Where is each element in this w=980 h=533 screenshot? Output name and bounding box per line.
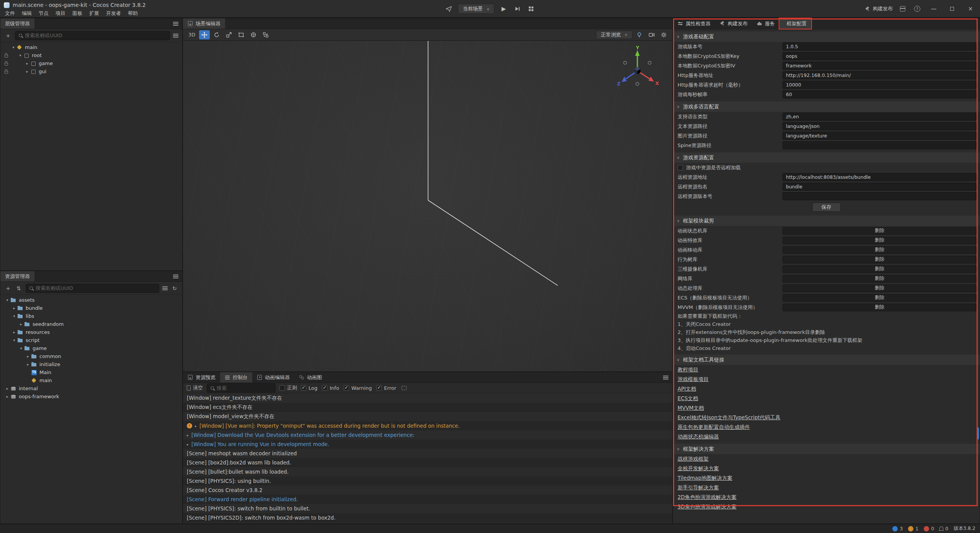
log-filter-checkbox[interactable]: Error	[376, 385, 396, 391]
property-input[interactable]: language/json	[782, 122, 977, 130]
chevron-icon[interactable]	[4, 386, 10, 391]
inspector-tab[interactable]: 构建发布	[715, 18, 752, 29]
log-row[interactable]: [Scene] meshopt wasm decoder initialized	[183, 449, 672, 458]
console-tab[interactable]: 动画图	[294, 372, 327, 383]
warning-message-count[interactable]: 1	[908, 526, 918, 531]
property-input[interactable]: 10000	[782, 81, 977, 89]
chevron-icon[interactable]	[10, 45, 16, 49]
chevron-icon[interactable]	[11, 338, 17, 342]
assets-search-input[interactable]	[36, 285, 155, 291]
asset-node-row[interactable]: initialize	[0, 360, 182, 368]
log-row[interactable]: [Window] render_texture文件夹不存在	[183, 394, 672, 403]
hierarchy-node-row[interactable]: main	[0, 43, 182, 51]
log-row[interactable]: [Scene] Cocos Creator v3.8.2	[183, 486, 672, 495]
create-asset-button[interactable]: +	[4, 284, 12, 293]
property-input[interactable]: 60	[782, 90, 977, 98]
export-log-icon[interactable]	[402, 386, 407, 390]
preview-platform-icon[interactable]	[444, 4, 453, 14]
log-row[interactable]: [Scene] [bullet]:bullet wasm lib loaded.	[183, 467, 672, 476]
asset-node-row[interactable]: oops-framework	[0, 392, 182, 401]
chevron-icon[interactable]	[25, 362, 31, 366]
menu-item[interactable]: 项目	[52, 10, 69, 17]
chevron-icon[interactable]	[11, 306, 17, 310]
menu-item[interactable]: 帮助	[124, 10, 141, 17]
log-filter-checkbox[interactable]: Warning	[344, 385, 372, 391]
property-input[interactable]: http://192.168.0.150/main/	[782, 71, 977, 79]
section-language-config[interactable]: ∨ 游戏多语言配置	[673, 101, 980, 112]
delete-module-button[interactable]: 删除	[875, 304, 884, 311]
panel-menu-icon[interactable]	[173, 274, 178, 279]
assets-searchbox[interactable]	[26, 284, 159, 293]
save-button[interactable]: 保存	[812, 203, 841, 212]
scene-viewport[interactable]: Y X Z	[183, 41, 672, 371]
delete-module-button[interactable]: 删除	[875, 237, 884, 244]
property-input[interactable]	[782, 192, 977, 200]
chevron-icon[interactable]	[11, 314, 17, 318]
minimize-button[interactable]: —	[927, 4, 940, 14]
property-input[interactable]: http://localhost:8083/assets/bundle	[782, 173, 977, 181]
log-row[interactable]: [Scene] [PHYSICS2D]: switch from box2d-w…	[183, 513, 672, 522]
panel-menu-icon[interactable]	[663, 375, 668, 380]
solution-link[interactable]: 全栈开发解决方案	[678, 465, 719, 472]
chevron-icon[interactable]	[17, 53, 23, 57]
hierarchy-searchbox[interactable]	[15, 31, 170, 40]
maximize-button[interactable]	[946, 4, 959, 14]
console-tab[interactable]: 控制台	[220, 372, 252, 383]
doc-link[interactable]: API文档	[678, 386, 696, 392]
menu-item[interactable]: 编辑	[18, 10, 35, 17]
delete-module-button[interactable]: 删除	[875, 227, 884, 234]
log-row[interactable]: [Window] You are running Vue in developm…	[183, 440, 672, 449]
property-input[interactable]: zh,en	[782, 113, 977, 121]
delete-module-button[interactable]: 删除	[875, 294, 884, 301]
create-node-button[interactable]: +	[4, 31, 12, 40]
log-row[interactable]: [Scene] [PHYSICS]: switch from builtin t…	[183, 504, 672, 513]
property-input[interactable]: framework	[782, 62, 977, 70]
view-mode-dropdown[interactable]: 正常浏览 ∨	[596, 31, 632, 39]
section-module-trim[interactable]: ∨ 框架模块裁剪	[673, 216, 980, 226]
log-filter-checkbox[interactable]: Info	[322, 385, 339, 391]
expand-arrow-icon[interactable]	[195, 424, 197, 428]
view-orientation-gizmo[interactable]: Y X Z	[612, 46, 662, 95]
property-input[interactable]: oops	[782, 52, 977, 60]
chevron-icon[interactable]	[24, 61, 30, 65]
inspector-tab[interactable]: 属性检查器	[673, 18, 715, 29]
close-button[interactable]: ×	[964, 4, 977, 14]
sort-assets-icon[interactable]: ⇅	[15, 284, 23, 293]
section-basic-config[interactable]: ∨ 游戏基础配置	[673, 31, 980, 42]
chevron-icon[interactable]	[11, 330, 17, 334]
console-tab[interactable]: 资源预览	[183, 372, 220, 383]
chevron-icon[interactable]	[18, 322, 24, 326]
notification-count[interactable]: 0	[939, 526, 948, 531]
hierarchy-tab[interactable]: 层级管理器	[0, 18, 34, 29]
scale-tool-button[interactable]	[224, 30, 234, 39]
delete-module-button[interactable]: 删除	[875, 247, 884, 253]
hierarchy-search-input[interactable]	[25, 33, 166, 38]
log-row[interactable]: [Scene] Forward render pipeline initiali…	[183, 495, 672, 504]
refresh-icon[interactable]: ↻	[171, 284, 178, 293]
asset-node-row[interactable]: common	[0, 352, 182, 360]
remote-load-checkbox[interactable]	[678, 165, 683, 170]
log-row[interactable]: [Window] Download the Vue Devtools exten…	[183, 430, 672, 440]
doc-link[interactable]: Excel格式转Json文件与TypeScript代码工具	[678, 414, 781, 421]
console-tab[interactable]: 动画编辑器	[252, 372, 294, 383]
mode-3d-button[interactable]: 3D	[186, 30, 198, 39]
section-solutions[interactable]: ∨ 框架解决方案	[673, 444, 980, 454]
scrollbar-thumb[interactable]	[977, 427, 979, 440]
hierarchy-node-row[interactable]: root	[0, 51, 182, 59]
scene-light-toggle[interactable]	[634, 30, 645, 39]
rotate-tool-button[interactable]	[211, 30, 222, 39]
log-row[interactable]: [Window] model_view文件夹不存在	[183, 412, 672, 421]
log-filter-checkbox[interactable]: Log	[301, 385, 317, 391]
asset-node-row[interactable]: internal	[0, 384, 182, 392]
console-searchbox[interactable]	[207, 383, 276, 392]
delete-module-button[interactable]: 删除	[875, 285, 884, 291]
doc-link[interactable]: 教程项目	[678, 366, 698, 373]
asset-node-row[interactable]: resources	[0, 328, 182, 336]
asset-node-row[interactable]: libs	[0, 312, 182, 320]
asset-node-row[interactable]: script	[0, 336, 182, 344]
chevron-icon[interactable]	[24, 69, 30, 74]
doc-link[interactable]: 动画状态机编辑器	[678, 433, 719, 440]
gizmo-pivot-button[interactable]	[248, 30, 259, 39]
doc-link[interactable]: ECS文档	[678, 395, 698, 402]
doc-link[interactable]: MVVM文档	[678, 405, 704, 412]
